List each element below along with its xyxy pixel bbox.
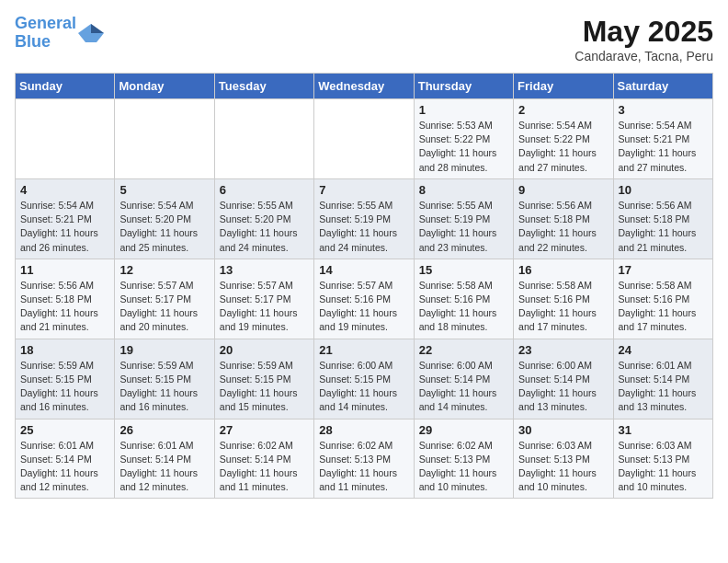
day-detail: Sunrise: 6:01 AM Sunset: 5:14 PM Dayligh… [20, 440, 98, 493]
calendar-cell: 16Sunrise: 5:58 AM Sunset: 5:16 PM Dayli… [514, 259, 613, 339]
location: Candarave, Tacna, Peru [574, 49, 713, 63]
day-detail: Sunrise: 6:01 AM Sunset: 5:14 PM Dayligh… [619, 360, 697, 413]
day-detail: Sunrise: 5:57 AM Sunset: 5:17 PM Dayligh… [119, 280, 198, 333]
day-number: 13 [220, 263, 309, 277]
day-detail: Sunrise: 5:54 AM Sunset: 5:21 PM Dayligh… [20, 200, 98, 253]
day-number: 18 [20, 343, 109, 357]
day-detail: Sunrise: 6:02 AM Sunset: 5:13 PM Dayligh… [419, 440, 497, 493]
calendar-cell: 18Sunrise: 5:59 AM Sunset: 5:15 PM Dayli… [16, 339, 115, 419]
calendar-cell: 22Sunrise: 6:00 AM Sunset: 5:14 PM Dayli… [414, 339, 513, 419]
day-detail: Sunrise: 5:55 AM Sunset: 5:19 PM Dayligh… [419, 200, 497, 253]
day-detail: Sunrise: 5:58 AM Sunset: 5:16 PM Dayligh… [419, 280, 497, 333]
day-number: 30 [518, 423, 608, 437]
day-number: 12 [119, 263, 209, 277]
day-detail: Sunrise: 6:00 AM Sunset: 5:15 PM Dayligh… [319, 360, 397, 413]
calendar-table: SundayMondayTuesdayWednesdayThursdayFrid… [15, 73, 713, 499]
day-number: 10 [619, 183, 708, 197]
calendar-cell: 27Sunrise: 6:02 AM Sunset: 5:14 PM Dayli… [214, 419, 313, 499]
calendar-cell: 6Sunrise: 5:55 AM Sunset: 5:20 PM Daylig… [214, 178, 313, 259]
calendar-week-4: 18Sunrise: 5:59 AM Sunset: 5:15 PM Dayli… [16, 339, 713, 419]
day-number: 5 [119, 183, 209, 197]
calendar-cell: 8Sunrise: 5:55 AM Sunset: 5:19 PM Daylig… [414, 178, 513, 259]
calendar-cell: 19Sunrise: 5:59 AM Sunset: 5:15 PM Dayli… [115, 339, 214, 419]
calendar-cell: 14Sunrise: 5:57 AM Sunset: 5:16 PM Dayli… [314, 259, 414, 339]
day-number: 9 [518, 183, 608, 197]
day-number: 28 [319, 423, 408, 437]
calendar-cell: 26Sunrise: 6:01 AM Sunset: 5:14 PM Dayli… [115, 419, 214, 499]
calendar-cell: 17Sunrise: 5:58 AM Sunset: 5:16 PM Dayli… [613, 259, 712, 339]
day-number: 3 [619, 103, 708, 117]
day-number: 7 [319, 183, 408, 197]
day-number: 16 [518, 263, 608, 277]
day-detail: Sunrise: 6:00 AM Sunset: 5:14 PM Dayligh… [419, 360, 497, 413]
calendar-cell: 25Sunrise: 6:01 AM Sunset: 5:14 PM Dayli… [16, 419, 115, 499]
day-detail: Sunrise: 6:03 AM Sunset: 5:13 PM Dayligh… [619, 440, 697, 493]
calendar-body: 1Sunrise: 5:53 AM Sunset: 5:22 PM Daylig… [16, 99, 713, 499]
calendar-cell: 24Sunrise: 6:01 AM Sunset: 5:14 PM Dayli… [613, 339, 712, 419]
calendar-cell: 9Sunrise: 5:56 AM Sunset: 5:18 PM Daylig… [514, 178, 613, 259]
day-number: 24 [619, 343, 708, 357]
day-detail: Sunrise: 5:58 AM Sunset: 5:16 PM Dayligh… [518, 280, 597, 333]
calendar-cell: 10Sunrise: 5:56 AM Sunset: 5:18 PM Dayli… [613, 178, 712, 259]
weekday-wednesday: Wednesday [314, 74, 414, 99]
day-detail: Sunrise: 6:02 AM Sunset: 5:13 PM Dayligh… [319, 440, 397, 493]
day-detail: Sunrise: 5:56 AM Sunset: 5:18 PM Dayligh… [20, 280, 98, 333]
calendar-cell: 21Sunrise: 6:00 AM Sunset: 5:15 PM Dayli… [314, 339, 414, 419]
day-number: 8 [419, 183, 508, 197]
weekday-friday: Friday [514, 74, 613, 99]
day-number: 4 [20, 183, 109, 197]
weekday-saturday: Saturday [613, 74, 712, 99]
calendar-cell: 28Sunrise: 6:02 AM Sunset: 5:13 PM Dayli… [314, 419, 414, 499]
logo-icon [78, 22, 104, 44]
calendar-cell: 15Sunrise: 5:58 AM Sunset: 5:16 PM Dayli… [414, 259, 513, 339]
calendar-cell: 12Sunrise: 5:57 AM Sunset: 5:17 PM Dayli… [115, 259, 214, 339]
calendar-cell: 13Sunrise: 5:57 AM Sunset: 5:17 PM Dayli… [214, 259, 313, 339]
day-detail: Sunrise: 6:02 AM Sunset: 5:14 PM Dayligh… [220, 440, 298, 493]
calendar-week-5: 25Sunrise: 6:01 AM Sunset: 5:14 PM Dayli… [16, 419, 713, 499]
calendar-week-3: 11Sunrise: 5:56 AM Sunset: 5:18 PM Dayli… [16, 259, 713, 339]
weekday-sunday: Sunday [16, 74, 115, 99]
day-number: 11 [20, 263, 109, 277]
day-number: 31 [619, 423, 708, 437]
calendar-cell [115, 99, 214, 179]
day-number: 15 [419, 263, 508, 277]
weekday-header-row: SundayMondayTuesdayWednesdayThursdayFrid… [16, 74, 713, 99]
title-block: May 2025 Candarave, Tacna, Peru [574, 15, 713, 63]
calendar-week-1: 1Sunrise: 5:53 AM Sunset: 5:22 PM Daylig… [16, 99, 713, 179]
calendar-cell [314, 99, 414, 179]
day-detail: Sunrise: 6:00 AM Sunset: 5:14 PM Dayligh… [518, 360, 597, 413]
day-detail: Sunrise: 6:03 AM Sunset: 5:13 PM Dayligh… [518, 440, 597, 493]
calendar-cell: 2Sunrise: 5:54 AM Sunset: 5:22 PM Daylig… [514, 99, 613, 179]
day-number: 25 [20, 423, 109, 437]
day-number: 6 [220, 183, 309, 197]
weekday-monday: Monday [115, 74, 214, 99]
calendar-cell: 29Sunrise: 6:02 AM Sunset: 5:13 PM Dayli… [414, 419, 513, 499]
calendar-cell [214, 99, 313, 179]
calendar-cell: 7Sunrise: 5:55 AM Sunset: 5:19 PM Daylig… [314, 178, 414, 259]
day-detail: Sunrise: 5:56 AM Sunset: 5:18 PM Dayligh… [619, 200, 697, 253]
calendar-cell: 31Sunrise: 6:03 AM Sunset: 5:13 PM Dayli… [613, 419, 712, 499]
day-detail: Sunrise: 5:54 AM Sunset: 5:22 PM Dayligh… [518, 120, 597, 173]
day-detail: Sunrise: 5:57 AM Sunset: 5:17 PM Dayligh… [220, 280, 298, 333]
day-number: 29 [419, 423, 508, 437]
day-number: 2 [518, 103, 608, 117]
page-header: GeneralBlue May 2025 Candarave, Tacna, P… [15, 15, 713, 63]
day-number: 1 [419, 103, 508, 117]
day-number: 23 [518, 343, 608, 357]
month-year: May 2025 [574, 15, 713, 49]
calendar-cell: 20Sunrise: 5:59 AM Sunset: 5:15 PM Dayli… [214, 339, 313, 419]
day-number: 27 [220, 423, 309, 437]
calendar-cell: 3Sunrise: 5:54 AM Sunset: 5:21 PM Daylig… [613, 99, 712, 179]
logo-text: GeneralBlue [15, 15, 76, 52]
calendar-cell [16, 99, 115, 179]
svg-marker-1 [91, 24, 104, 33]
day-detail: Sunrise: 5:56 AM Sunset: 5:18 PM Dayligh… [518, 200, 597, 253]
day-number: 20 [220, 343, 309, 357]
weekday-thursday: Thursday [414, 74, 513, 99]
logo: GeneralBlue [15, 15, 104, 52]
day-detail: Sunrise: 6:01 AM Sunset: 5:14 PM Dayligh… [119, 440, 198, 493]
calendar-cell: 4Sunrise: 5:54 AM Sunset: 5:21 PM Daylig… [16, 178, 115, 259]
day-number: 26 [119, 423, 209, 437]
day-detail: Sunrise: 5:59 AM Sunset: 5:15 PM Dayligh… [119, 360, 198, 413]
day-detail: Sunrise: 5:57 AM Sunset: 5:16 PM Dayligh… [319, 280, 397, 333]
